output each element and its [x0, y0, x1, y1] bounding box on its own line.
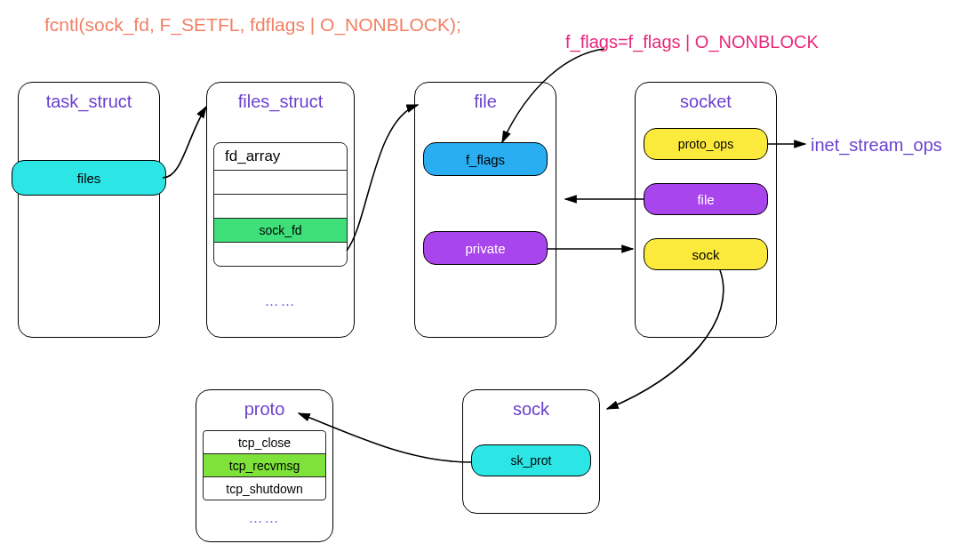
proto-row: tcp_shutdown: [204, 477, 325, 500]
socket-sock: sock: [644, 238, 768, 270]
file-box: file: [414, 82, 556, 338]
fd-row-sockfd: sock_fd: [214, 219, 347, 243]
socket-file: file: [644, 183, 768, 215]
proto-row-recvmsg: tcp_recvmsg: [204, 454, 325, 477]
fd-row: [214, 195, 347, 219]
proto-title: proto: [196, 399, 332, 420]
socket-proto-ops: proto_ops: [644, 128, 768, 160]
task-struct-box: task_struct: [18, 82, 160, 338]
file-fflags: f_flags: [423, 142, 548, 176]
fd-array-ellipsis: ……: [213, 290, 348, 313]
inet-stream-ops-label: inet_stream_ops: [811, 135, 942, 156]
flags-annotation: f_flags=f_flags | O_NONBLOCK: [565, 32, 819, 52]
fd-array-header: fd_array: [214, 143, 347, 171]
file-title: file: [415, 92, 556, 112]
task-struct-title: task_struct: [19, 92, 159, 112]
task-struct-files: files: [12, 160, 166, 196]
sock-title: sock: [463, 399, 599, 420]
code-line: fcntl(sock_fd, F_SETFL, fdflags | O_NONB…: [44, 14, 461, 36]
fd-row: [214, 171, 347, 195]
proto-ellipsis: ……: [203, 507, 326, 530]
fd-array-table: fd_array sock_fd: [213, 142, 348, 267]
arrow-files-to-filesstruct: [163, 107, 206, 178]
sock-skprot: sk_prot: [471, 444, 591, 476]
fd-row: [214, 243, 347, 266]
proto-row: tcp_close: [204, 431, 325, 454]
files-struct-title: files_struct: [207, 92, 354, 112]
socket-title: socket: [636, 92, 776, 112]
proto-table: tcp_close tcp_recvmsg tcp_shutdown: [203, 430, 326, 500]
arrow-sockfd-to-file: [347, 105, 418, 251]
file-private: private: [423, 231, 548, 265]
